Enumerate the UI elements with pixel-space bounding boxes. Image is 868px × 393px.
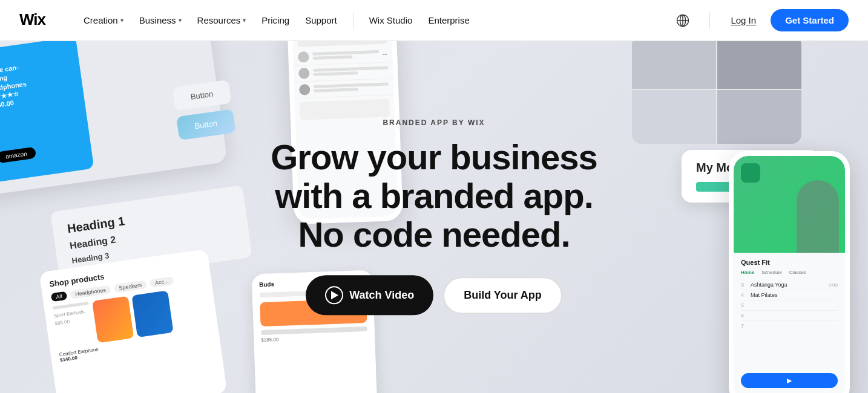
watch-video-button[interactable]: Watch Video [306, 276, 433, 316]
chevron-down-icon: ▾ [179, 17, 182, 24]
build-your-app-button[interactable]: Build Your App [443, 277, 562, 314]
button-elements-mockup: Button Button [172, 80, 235, 140]
chevron-down-icon: ▾ [120, 17, 123, 24]
nav-divider-right [709, 12, 710, 29]
photo-collage-mockup [632, 41, 801, 144]
wix-logo-text: Wix [19, 9, 56, 31]
play-icon [325, 287, 343, 305]
nav-item-enterprise[interactable]: Enterprise [422, 10, 475, 30]
main-nav: Creation ▾ Business ▾ Resources ▾ Pricin… [77, 10, 672, 30]
navbar-right: Log In Get Started [672, 9, 849, 31]
nav-item-creation[interactable]: Creation ▾ [77, 10, 130, 30]
quest-fit-phone-mockup: Quest Fit Home Schedule Classes 3 Ashtan… [729, 151, 850, 393]
nav-item-resources[interactable]: Resources ▾ [191, 10, 252, 30]
logo[interactable]: Wix [19, 9, 56, 31]
nav-item-wix-studio[interactable]: Wix Studio [363, 10, 419, 30]
shop-products-mockup: Shop products All Headphones Speakers Ac… [39, 249, 228, 393]
hero-eyebrow: BRANDED APP BY WIX [271, 119, 597, 127]
get-started-button[interactable]: Get Started [771, 9, 849, 31]
login-button[interactable]: Log In [726, 13, 761, 28]
hero-title: Grow your business with a branded app. N… [271, 138, 597, 253]
hero-section: Noise can-cellingheadphones★★★★☆$140.00 … [0, 41, 868, 393]
navbar: Wix Creation ▾ Business ▾ Resources ▾ Pr… [0, 0, 868, 41]
nav-divider [353, 12, 353, 29]
hero-content: BRANDED APP BY WIX Grow your business wi… [271, 119, 597, 315]
nav-item-pricing[interactable]: Pricing [255, 10, 295, 30]
nav-item-business[interactable]: Business ▾ [133, 10, 188, 30]
chevron-down-icon: ▾ [243, 17, 246, 24]
svg-text:Wix: Wix [19, 10, 47, 27]
language-selector-button[interactable] [672, 10, 694, 31]
nav-item-support[interactable]: Support [299, 10, 343, 30]
hero-cta-buttons: Watch Video Build Your App [271, 276, 597, 316]
